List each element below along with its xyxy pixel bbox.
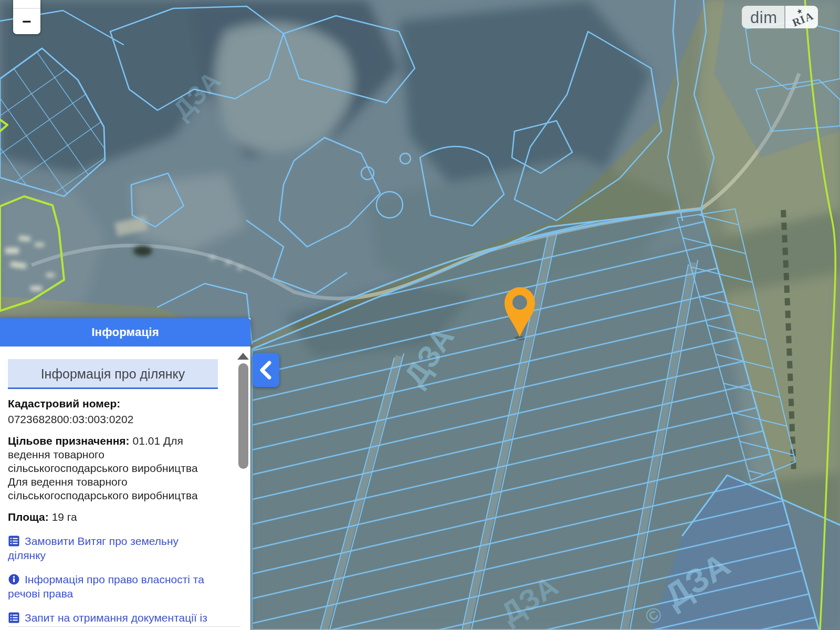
field-area: Площа:19 га	[8, 510, 218, 524]
section-title: Інформація про ділянку	[8, 359, 218, 389]
extract-document-icon	[8, 535, 20, 547]
zoom-out-button[interactable]: −	[13, 9, 40, 34]
link-order-extract[interactable]: Замовити Витяг про земельну ділянку	[8, 534, 218, 562]
field-label: Цільове призначення:	[8, 435, 130, 447]
link-land-doc-request[interactable]: Запит на отримання документації із земле…	[8, 611, 218, 630]
link-label: Інформація про право власності та речові…	[8, 573, 204, 600]
map-zoom-control: −	[13, 0, 40, 34]
cadastral-map-app: ДЗА ДЗА © ДЗА ДЗА − dim ★ RIA Інформація	[0, 0, 840, 630]
extract-document-icon	[8, 612, 20, 624]
panel-scrollbar[interactable]	[237, 346, 249, 630]
field-cadastral-number: Кадастровий номер: 0723682800:03:003:020…	[8, 397, 218, 426]
dimria-logo: dim ★ RIA	[742, 6, 818, 28]
ria-logo: ★ RIA	[785, 6, 818, 28]
field-label: Площа:	[8, 511, 49, 523]
field-label: Кадастровий номер:	[8, 397, 120, 410]
dim-logo-text: dim	[742, 6, 784, 28]
field-designation: Цільове призначення:01.01 Для ведення то…	[8, 434, 218, 502]
scroll-thumb[interactable]	[238, 363, 248, 469]
scroll-up-arrow-icon[interactable]	[237, 353, 249, 360]
field-value: 19 га	[52, 511, 77, 523]
panel-bottom-divider	[8, 626, 240, 627]
info-panel: Інформація Інформація про ділянку Кадаст…	[0, 318, 250, 630]
info-panel-body: Інформація про ділянку Кадастровий номер…	[0, 346, 250, 630]
link-label: Замовити Витяг про земельну ділянку	[8, 535, 178, 561]
link-label: Запит на отримання документації із земле…	[8, 612, 207, 630]
panel-collapse-button[interactable]	[253, 353, 279, 387]
info-circle-icon	[8, 573, 20, 585]
info-panel-header: Інформація	[0, 318, 250, 346]
field-value: 0723682800:03:003:0202	[8, 413, 218, 426]
chevron-left-icon	[256, 357, 276, 383]
ria-logo-text: RIA	[790, 9, 815, 28]
link-ownership-info[interactable]: Інформація про право власності та речові…	[8, 572, 218, 601]
